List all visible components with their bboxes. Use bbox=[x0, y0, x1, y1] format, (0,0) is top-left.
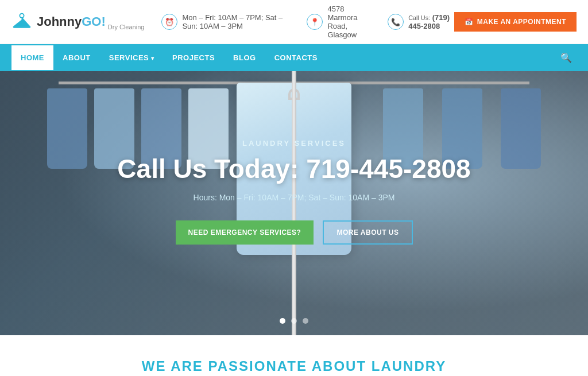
hours-text: Mon – Fri: 10AM – 7PM; Sat – Sun: 10AM –… bbox=[182, 13, 289, 30]
nav-item-services[interactable]: SERVICES bbox=[100, 45, 163, 70]
top-info: ⏰ Mon – Fri: 10AM – 7PM; Sat – Sun: 10AM… bbox=[161, 5, 454, 39]
hero-section: LAUNDRY SERVICES Call Us Today: 719-445-… bbox=[0, 71, 588, 335]
nav-item-about[interactable]: ABOUT bbox=[53, 45, 100, 70]
more-about-button[interactable]: MORE ABOUT US bbox=[323, 220, 412, 245]
nav-item-contacts[interactable]: CONTACTS bbox=[265, 45, 327, 70]
location-icon: 📍 bbox=[307, 14, 323, 30]
calendar-icon: 📅 bbox=[465, 18, 474, 26]
main-nav: HOME ABOUT SERVICES PROJECTS BLOG CONTAC… bbox=[0, 44, 588, 71]
nav-item-blog[interactable]: BLOG bbox=[224, 45, 265, 70]
passion-title: WE ARE PASSIONATE ABOUT LAUNDRY bbox=[34, 358, 554, 374]
hanger-icon bbox=[11, 11, 32, 32]
hero-subtitle: LAUNDRY SERVICES bbox=[117, 139, 470, 148]
dot-2[interactable] bbox=[291, 318, 297, 324]
top-bar: JohnnyGO! Dry Cleaning ⏰ Mon – Fri: 10AM… bbox=[0, 0, 588, 44]
phone-text: Call Us: (719) 445-2808 bbox=[408, 13, 454, 30]
hero-content: LAUNDRY SERVICES Call Us Today: 719-445-… bbox=[117, 139, 470, 268]
clock-icon: ⏰ bbox=[161, 14, 177, 30]
dot-3[interactable] bbox=[303, 318, 308, 324]
shirt-7 bbox=[501, 88, 541, 169]
phone-info: 📞 Call Us: (719) 445-2808 bbox=[388, 13, 454, 30]
phone-icon: 📞 bbox=[388, 14, 404, 30]
hours-info: ⏰ Mon – Fri: 10AM – 7PM; Sat – Sun: 10AM… bbox=[161, 13, 289, 30]
search-icon[interactable]: 🔍 bbox=[556, 44, 577, 71]
shirt-1 bbox=[47, 88, 87, 169]
slider-dots bbox=[280, 318, 308, 324]
svg-point-1 bbox=[20, 14, 23, 17]
logo-text: JohnnyGO! bbox=[37, 14, 106, 29]
address-text: 4578 Marmora Road, Glasgow bbox=[327, 5, 370, 39]
hero-buttons: NEED EMERGENCY SERVICES? MORE ABOUT US bbox=[117, 220, 470, 245]
logo-subtitle: Dry Cleaning bbox=[108, 24, 145, 32]
dot-1[interactable] bbox=[280, 318, 285, 324]
nav-item-projects[interactable]: PROJECTS bbox=[163, 45, 224, 70]
svg-rect-2 bbox=[13, 26, 31, 28]
appointment-button[interactable]: 📅 MAKE AN APPOINTMENT bbox=[454, 12, 577, 32]
address-info: 📍 4578 Marmora Road, Glasgow bbox=[307, 5, 370, 39]
nav-item-home[interactable]: HOME bbox=[11, 45, 53, 70]
nav-items: HOME ABOUT SERVICES PROJECTS BLOG CONTAC… bbox=[11, 45, 556, 70]
hero-hours: Hours: Mon – Fri: 10AM – 7PM; Sat – Sun:… bbox=[117, 193, 470, 202]
passion-section: WE ARE PASSIONATE ABOUT LAUNDRY We striv… bbox=[0, 335, 588, 376]
hero-title: Call Us Today: 719-445-2808 bbox=[117, 154, 470, 184]
logo-area: JohnnyGO! Dry Cleaning bbox=[11, 11, 144, 32]
emergency-button[interactable]: NEED EMERGENCY SERVICES? bbox=[176, 220, 314, 245]
